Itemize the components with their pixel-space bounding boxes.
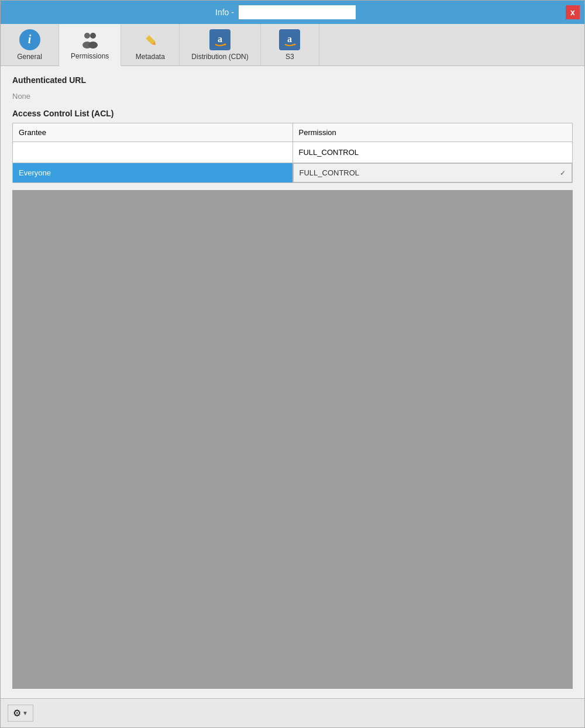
title-bar: Info - x [1, 1, 584, 24]
acl-title: Access Control List (ACL) [12, 109, 573, 118]
acl-section: Access Control List (ACL) Grantee Permis… [12, 109, 573, 183]
col-permission: Permission [292, 123, 573, 142]
acl-table: Grantee Permission FULL_CONTROL Everyon [12, 123, 573, 183]
permission-dropdown[interactable]: FULL_CONTROL ✓ [300, 168, 566, 177]
info-icon: i [19, 29, 40, 50]
title-input[interactable] [239, 5, 356, 19]
acl-row-1-permission: FULL_CONTROL [292, 142, 573, 163]
acl-empty-area [12, 190, 573, 689]
svg-point-3 [88, 42, 98, 49]
tab-distribution[interactable]: a Distribution (CDN) [180, 24, 260, 65]
content-area: Authenticated URL None Access Control Li… [1, 66, 584, 698]
svg-point-2 [90, 33, 96, 39]
window-title: Info - [215, 8, 234, 17]
main-window: Info - x i General Permissions [0, 0, 585, 728]
title-bar-content: Info - [5, 5, 566, 19]
acl-row-1[interactable]: FULL_CONTROL [13, 142, 573, 163]
tab-s3-label: S3 [285, 53, 294, 61]
gear-dropdown-arrow-icon: ▼ [22, 710, 28, 716]
tab-s3[interactable]: a S3 [261, 24, 319, 65]
dropdown-arrow-icon: ✓ [560, 169, 566, 177]
acl-row-1-grantee [13, 142, 293, 163]
authenticated-url-section: Authenticated URL None [12, 75, 573, 102]
amazon-cdn-icon: a [209, 29, 230, 50]
tab-distribution-label: Distribution (CDN) [191, 53, 248, 61]
authenticated-url-title: Authenticated URL [12, 75, 573, 85]
svg-text:a: a [287, 34, 292, 44]
gear-menu-button[interactable]: ⚙ ▼ [8, 705, 33, 722]
authenticated-url-value: None [12, 91, 573, 102]
gear-icon: ⚙ [13, 708, 21, 719]
bottom-toolbar: ⚙ ▼ [1, 698, 584, 727]
tab-general[interactable]: i General [1, 24, 59, 65]
close-button[interactable]: x [566, 5, 580, 19]
tab-permissions-label: Permissions [71, 52, 109, 60]
tab-metadata[interactable]: Metadata [121, 24, 180, 65]
tab-bar: i General Permissions [1, 24, 584, 66]
col-grantee: Grantee [13, 123, 293, 142]
acl-row-2-grantee: Everyone [13, 163, 293, 183]
tab-permissions[interactable]: Permissions [59, 24, 121, 66]
svg-point-0 [84, 33, 90, 39]
pencil-icon [140, 29, 161, 50]
svg-text:a: a [218, 34, 222, 44]
tab-metadata-label: Metadata [136, 53, 165, 61]
amazon-s3-icon: a [279, 29, 300, 50]
tab-general-label: General [17, 53, 42, 61]
acl-row-2-permission: FULL_CONTROL ✓ [293, 163, 573, 182]
people-icon [80, 29, 101, 50]
acl-row-2[interactable]: Everyone FULL_CONTROL ✓ [13, 163, 573, 183]
